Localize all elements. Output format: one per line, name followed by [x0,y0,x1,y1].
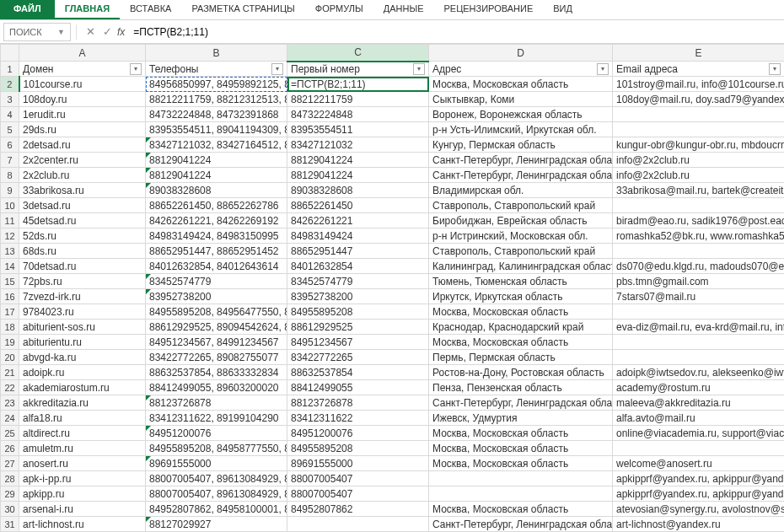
cell[interactable]: online@viacademia.ru, support@viac [613,426,785,441]
cell[interactable]: 45detsad.ru [19,213,146,228]
col-header-B[interactable]: B [146,45,287,62]
cell[interactable]: 108doy@mail.ru, doy.sad79@yandex.r [613,92,785,107]
file-tab[interactable]: ФАЙЛ [0,0,55,19]
header-cell[interactable]: Телефоны▾ [146,62,287,77]
cell[interactable]: eva-diz@mail.ru, eva-krd@mail.ru, inf [613,320,785,335]
cell[interactable] [429,486,613,502]
name-box[interactable]: ПОИСК ▼ [3,23,71,41]
cell[interactable]: 88412499055 [287,380,429,395]
cell[interactable] [287,517,429,532]
cell[interactable]: 88123726878 [287,395,429,411]
cell[interactable]: Воронеж, Воронежская область [429,107,613,122]
row-header[interactable]: 16 [1,289,19,304]
row-header[interactable]: 13 [1,244,19,259]
cell[interactable]: 83412311622, 89199104290 [146,411,287,426]
row-header[interactable]: 21 [1,365,19,380]
row-header[interactable]: 31 [1,517,19,532]
cell[interactable]: alfa18.ru [19,411,146,426]
cell[interactable]: Ставрополь, Ставропольский край [429,198,613,213]
cell[interactable]: Владимирская обл. [429,183,613,198]
cell[interactable]: 88412499055, 89603200020 [146,380,287,395]
cell[interactable]: Москва, Московская область [429,441,613,456]
cell[interactable]: 83452574779 [287,274,429,289]
row-header[interactable]: 5 [1,122,19,137]
cell[interactable]: 84012632854, 84012643614 [146,259,287,274]
cell[interactable]: adoipk.ru [19,365,146,380]
cell[interactable]: akkreditazia.ru [19,395,146,411]
row-header[interactable]: 20 [1,350,19,365]
cell[interactable]: Калининград, Калининградская област [429,259,613,274]
header-cell[interactable]: Домен▾ [19,62,146,77]
header-cell[interactable]: Email адреса▾ [613,62,785,77]
cell[interactable]: Иркутск, Иркутская область [429,289,613,304]
cell[interactable]: 88007005407 [287,471,429,486]
cell[interactable]: 88632537854, 88633332834 [146,365,287,380]
cell[interactable]: 84951234567, 84991234567 [146,335,287,350]
cell[interactable]: 84262261221, 84262269192 [146,213,287,228]
cell[interactable]: 89038328608 [146,183,287,198]
cell[interactable]: 84732224848 [287,107,429,122]
cell[interactable]: 7stars07@mail.ru [613,289,785,304]
row-header[interactable]: 18 [1,320,19,335]
cell[interactable]: art-lichnost.ru [19,517,146,532]
cell[interactable]: 84951200076 [287,426,429,441]
cell[interactable]: 2x2center.ru [19,153,146,168]
cell[interactable]: apkipprf@yandex.ru, apkippur@yande [613,471,785,486]
row-header[interactable]: 28 [1,471,19,486]
cell[interactable]: 88007005407, 89613084929, 8989 [146,471,287,486]
cell[interactable]: abiturient-sos.ru [19,320,146,335]
cell[interactable]: biradm@eao.ru, sadik1976@post.eao. [613,213,785,228]
cell[interactable] [613,304,785,320]
cell[interactable]: р-н Усть-Илимский, Иркутская обл. [429,122,613,137]
cell[interactable]: Сыктывкар, Коми [429,92,613,107]
cell[interactable]: 88123726878 [146,395,287,411]
cell[interactable] [613,350,785,365]
filter-dropdown-icon[interactable]: ▾ [413,63,425,75]
cell[interactable]: apkipp.ru [19,486,146,502]
cell[interactable]: 84732224848, 84732391868 [146,107,287,122]
name-box-dropdown-icon[interactable]: ▼ [57,28,65,36]
cell[interactable]: 1erudit.ru [19,107,146,122]
cell[interactable]: 84955895208 [287,304,429,320]
filter-dropdown-icon[interactable]: ▾ [769,63,781,75]
cancel-formula-button[interactable]: ✕ [82,25,99,38]
cell[interactable]: 88652951447, 88652951452 [146,244,287,259]
cell[interactable]: 84951200076 [146,426,287,441]
row-header[interactable]: 3 [1,92,19,107]
cell[interactable]: apkipprf@yandex.ru, apkippur@yande [613,486,785,502]
cell[interactable]: Тюмень, Тюменская область [429,274,613,289]
cell[interactable]: Биробиджан, Еврейская область [429,213,613,228]
cell[interactable]: 88652951447 [287,244,429,259]
cell[interactable]: art-lichnost@yandex.ru [613,517,785,532]
cell[interactable]: atevosian@synergy.ru, avolostnov@sy [613,502,785,517]
fx-icon[interactable]: fx [117,26,125,38]
ribbon-tab-home[interactable]: ГЛАВНАЯ [55,0,120,19]
cell[interactable]: 72pbs.ru [19,274,146,289]
cell[interactable]: alfa.avto@mail.ru [613,411,785,426]
cell[interactable] [613,107,785,122]
cell[interactable]: 88652261450 [287,198,429,213]
cell[interactable]: 88212211759 [287,92,429,107]
row-header[interactable]: 27 [1,456,19,471]
row-header[interactable]: 6 [1,137,19,153]
cell[interactable]: 83422772265, 89082755077 [146,350,287,365]
cell[interactable]: 83953554511 [287,122,429,137]
cell[interactable]: adoipk@iwtsedov.ru, alekseenko@iwt [613,365,785,380]
cell[interactable]: 88612929525 [287,320,429,335]
cell[interactable]: welcome@anosert.ru [613,456,785,471]
cell[interactable]: 84952807862, 84958100001, 8800 [146,502,287,517]
row-header[interactable]: 7 [1,153,19,168]
cell[interactable]: 88129041224 [287,168,429,183]
cell[interactable]: info@2x2club.ru [613,168,785,183]
col-header-C[interactable]: C [287,45,429,62]
cell[interactable]: Санкт-Петербург, Ленинградская облас [429,153,613,168]
cell[interactable]: arsenal-i.ru [19,502,146,517]
cell[interactable]: 89038328608 [287,183,429,198]
cell[interactable]: 84012632854 [287,259,429,274]
filter-dropdown-icon[interactable]: ▾ [130,63,142,75]
col-header-A[interactable]: A [19,45,146,62]
cell[interactable]: 88129041224 [146,168,287,183]
cell[interactable]: 83452574779 [146,274,287,289]
cell[interactable]: 83412311622 [287,411,429,426]
cell[interactable]: info@2x2club.ru [613,153,785,168]
